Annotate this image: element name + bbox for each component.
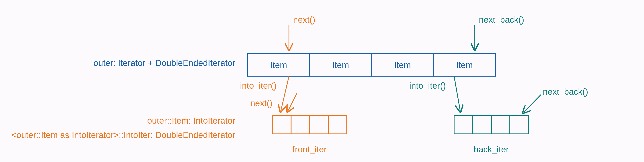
- nextback-label-back: next_back(): [543, 87, 588, 97]
- nextback-arrow-outer: next_back(): [475, 15, 524, 49]
- svg-line-8: [281, 76, 289, 111]
- svg-rect-19: [510, 115, 528, 134]
- outer-item-2: Item: [394, 60, 411, 70]
- into-iter-front-label: into_iter(): [240, 81, 276, 91]
- next-label-front: next(): [250, 99, 272, 108]
- svg-rect-11: [291, 115, 310, 134]
- front-iter-label: front_iter: [292, 145, 327, 154]
- into-iter-back: into_iter(): [409, 76, 460, 111]
- svg-rect-12: [310, 115, 328, 134]
- outer-item-0: Item: [270, 60, 287, 70]
- item-type-label: outer::Item: IntoIterator: [147, 116, 235, 126]
- front-iter: [272, 115, 346, 134]
- svg-rect-17: [473, 115, 491, 134]
- outer-iterator: Item Item Item Item: [248, 53, 496, 76]
- outer-item-1: Item: [332, 60, 349, 70]
- svg-rect-10: [272, 115, 291, 134]
- into-iter-back-label: into_iter(): [409, 81, 446, 91]
- nextback-label-outer: next_back(): [479, 15, 524, 24]
- svg-line-9: [288, 93, 297, 111]
- next-arrow-front: next(): [250, 93, 298, 111]
- next-label-outer: next(): [293, 15, 315, 24]
- next-arrow-outer: next(): [289, 15, 315, 49]
- svg-rect-13: [328, 115, 347, 134]
- outer-type-label: outer: Iterator + DoubleEndedIterator: [94, 58, 235, 68]
- svg-line-14: [454, 76, 460, 111]
- svg-line-15: [524, 95, 541, 113]
- svg-rect-16: [454, 115, 472, 134]
- intoiter-type-label: <outer::Item as IntoIterator>::IntoIter:…: [11, 130, 236, 140]
- svg-rect-18: [491, 115, 510, 134]
- back-iter-label: back_iter: [474, 145, 509, 154]
- nextback-arrow-back: next_back(): [524, 87, 588, 113]
- outer-item-3: Item: [456, 60, 473, 70]
- back-iter: [454, 115, 528, 134]
- flatten-diagram: outer: Iterator + DoubleEndedIterator ou…: [0, 0, 644, 162]
